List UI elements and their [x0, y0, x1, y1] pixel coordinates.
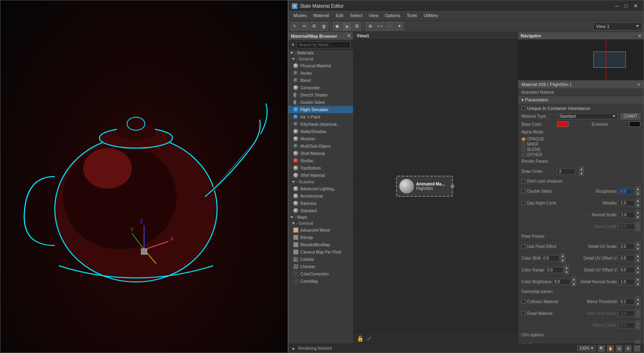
list-item[interactable]: Morpher — [289, 135, 353, 142]
view-dropdown[interactable]: View 1 — [593, 22, 642, 30]
list-item-flight-simulator[interactable]: Flight Simulator — [289, 106, 353, 113]
blend-threshold-input[interactable] — [618, 299, 635, 305]
connect-tool[interactable]: ◉ — [333, 22, 342, 31]
alpha-opaque-row[interactable]: OPAQUE — [518, 136, 644, 142]
metallic-up[interactable]: ▲ — [635, 198, 640, 203]
minimize-button[interactable]: ─ — [613, 3, 621, 9]
list-item[interactable]: Cellular — [289, 256, 353, 263]
chart-button[interactable]: CHART — [621, 113, 640, 119]
color-brightness-down[interactable]: ▼ — [571, 282, 576, 286]
options-tool[interactable]: ⋯ — [385, 22, 394, 31]
metallic-down[interactable]: ▼ — [635, 203, 640, 208]
detail-uv-offset-u-input[interactable] — [618, 255, 635, 261]
list-item[interactable]: Double Sided — [289, 99, 353, 106]
list-item[interactable]: ColorCorrection — [289, 270, 353, 278]
alpha-cutoff-input[interactable] — [619, 224, 635, 230]
add-tool[interactable]: ⚙ — [310, 22, 319, 31]
menu-select[interactable]: Select — [347, 13, 366, 19]
status-zoom-in[interactable]: 🔍 — [598, 345, 605, 352]
detail-uv-scale-up[interactable]: ▲ — [635, 241, 640, 246]
list-item[interactable]: XRef Material — [289, 172, 353, 179]
status-grid[interactable]: ⊞ — [616, 345, 622, 352]
view1-content[interactable]: Animated Ma... FlightSim — [353, 40, 518, 332]
list-item[interactable]: KittyHawk (deprecat... — [289, 121, 353, 128]
list-item[interactable]: DirectX Shader — [289, 91, 353, 99]
status-hand[interactable]: ✋ — [607, 345, 614, 352]
list-item[interactable]: Multi/Sub-Object — [289, 142, 353, 150]
status-settings[interactable]: ⚙ — [625, 345, 631, 352]
menu-view[interactable]: View — [366, 13, 382, 19]
roughness-up[interactable]: ▲ — [635, 186, 640, 191]
detail-uv-offset-u-up[interactable]: ▲ — [635, 253, 640, 258]
navigator-close-icon[interactable]: ✕ — [638, 34, 641, 38]
list-item[interactable]: Shell Material — [289, 150, 353, 157]
unique-inheritance-checkbox[interactable] — [521, 106, 526, 110]
wiper1-down[interactable]: ▼ — [635, 325, 640, 330]
scanline-subsection[interactable]: - Scanline — [289, 179, 353, 185]
list-item[interactable]: Asobo — [289, 69, 353, 77]
detail-normal-scale-down[interactable]: ▼ — [635, 282, 640, 286]
parameters-section[interactable]: ▾ Parameters — [518, 96, 644, 104]
draw-order-input[interactable] — [557, 168, 575, 174]
detail-normal-scale-input[interactable] — [618, 279, 635, 285]
list-item[interactable]: Advanced Lighting... — [289, 185, 353, 192]
metallic-input[interactable] — [618, 200, 635, 206]
draw-order-down[interactable]: ▼ — [579, 171, 584, 176]
list-item[interactable]: Matte/Shadow — [289, 128, 353, 135]
alpha-cutoff-down[interactable]: ▼ — [635, 226, 640, 231]
blend-threshold-up[interactable]: ▲ — [635, 297, 640, 301]
menu-modes[interactable]: Modes — [290, 13, 310, 19]
detail-uv-scale-down[interactable]: ▼ — [635, 246, 640, 251]
dont-cast-shadows-checkbox[interactable] — [521, 179, 526, 183]
list-item[interactable]: ColorMap — [289, 278, 353, 285]
radio-opaque[interactable] — [521, 137, 526, 141]
rain-drop-scale-down[interactable]: ▼ — [635, 313, 640, 318]
day-night-checkbox[interactable] — [521, 201, 526, 205]
rain-drop-scale-up[interactable]: ▲ — [635, 308, 640, 313]
list-item[interactable]: Composite — [289, 84, 353, 91]
hide-tool[interactable]: ● — [342, 22, 351, 31]
list-item[interactable]: Checker — [289, 263, 353, 270]
detail-uv-offset-u-down[interactable]: ▼ — [635, 258, 640, 263]
list-item[interactable]: Blend — [289, 77, 353, 84]
roughness-down[interactable]: ▼ — [635, 191, 640, 196]
maps-section[interactable]: - Maps — [289, 214, 353, 220]
status-fullscreen[interactable]: ⛶ — [634, 345, 640, 352]
detail-normal-scale-up[interactable]: ▲ — [635, 277, 640, 282]
normal-scale-up[interactable]: ▲ — [635, 210, 640, 215]
roughness-input[interactable] — [618, 188, 635, 194]
list-item[interactable]: Standard — [289, 207, 353, 214]
general-subsection[interactable]: - General — [289, 56, 353, 62]
color-shift-up[interactable]: ▲ — [560, 253, 565, 258]
double-sided-checkbox[interactable] — [521, 189, 526, 193]
material-node[interactable]: Animated Ma... FlightSim — [396, 176, 453, 197]
list-item[interactable]: Camera Map Per Pixel — [289, 248, 353, 256]
menu-utilities[interactable]: Utilities — [420, 13, 441, 19]
list-item[interactable]: Architectural — [289, 192, 353, 200]
color-shift-down[interactable]: ▼ — [560, 258, 565, 263]
list-item[interactable]: Ink 'n Paint — [289, 113, 353, 121]
blend-threshold-down[interactable]: ▼ — [635, 301, 640, 306]
list-item[interactable]: Physical Material — [289, 62, 353, 69]
menu-material[interactable]: Material — [310, 13, 332, 19]
materials-section[interactable]: - Materials — [289, 50, 353, 56]
detail-uv-offset-v-down[interactable]: ▼ — [635, 270, 640, 275]
grid-tool[interactable]: ⊞ — [352, 22, 361, 31]
list-item[interactable]: Top/Bottom — [289, 164, 353, 172]
color-brightness-up[interactable]: ▲ — [571, 277, 576, 282]
draw-order-up[interactable]: ▲ — [579, 166, 584, 171]
pointer-tool[interactable]: ↖ — [290, 22, 299, 31]
maps-general-subsection[interactable]: - General — [289, 220, 353, 226]
zoom-tool[interactable]: ⊕ — [366, 22, 375, 31]
rain-drop-scale-input[interactable] — [618, 310, 635, 316]
delete-tool[interactable]: 🗑 — [319, 22, 328, 31]
list-item[interactable]: Shellac — [289, 157, 353, 164]
list-item[interactable]: BlendedBoxMap — [289, 241, 353, 248]
wiper2-up[interactable]: ▲ — [635, 340, 640, 344]
menu-edit[interactable]: Edit — [332, 13, 347, 19]
close-button[interactable]: ✕ — [631, 3, 640, 9]
list-item[interactable]: Bitmap — [289, 234, 353, 241]
search-input[interactable] — [297, 41, 351, 48]
pearl-effect-checkbox[interactable] — [521, 244, 526, 248]
radio-blend[interactable] — [521, 148, 526, 152]
